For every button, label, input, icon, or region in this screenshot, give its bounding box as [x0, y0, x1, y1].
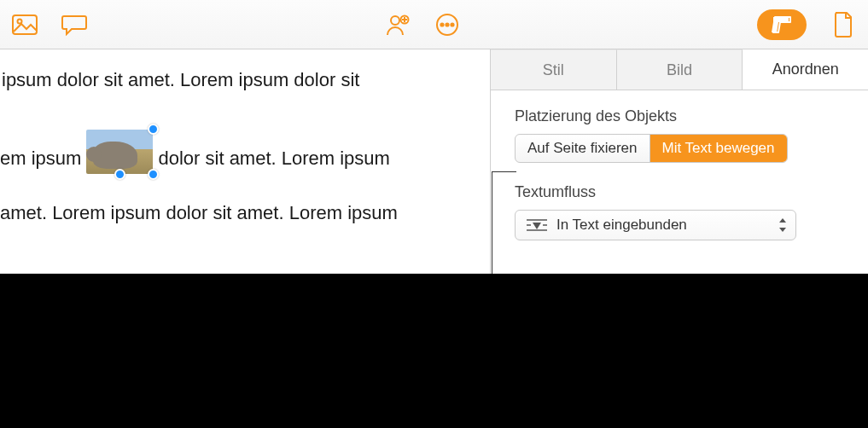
- document-canvas[interactable]: ipsum dolor sit amet. Lorem ipsum dolor …: [0, 49, 490, 274]
- svg-point-7: [440, 23, 443, 26]
- tab-image[interactable]: Bild: [617, 49, 743, 90]
- callout-line: [492, 171, 516, 172]
- selection-handle[interactable]: [114, 169, 125, 180]
- comment-icon[interactable]: [61, 12, 87, 38]
- selection-handle[interactable]: [148, 169, 159, 180]
- collaborate-icon[interactable]: [385, 12, 411, 38]
- more-icon[interactable]: [434, 12, 460, 38]
- toolbar: [0, 0, 868, 49]
- inline-image[interactable]: [86, 130, 153, 174]
- format-button[interactable]: [757, 9, 807, 40]
- seg-move-with-text[interactable]: Mit Text bewegen: [650, 135, 787, 162]
- text-line: em ipsum dolor sit amet. Lorem ipsum: [0, 130, 490, 171]
- arrange-panel: Platzierung des Objekts Auf Seite fixier…: [491, 90, 868, 252]
- text-line: amet. Lorem ipsum dolor sit amet. Lorem …: [0, 171, 490, 225]
- seg-fix-on-page[interactable]: Auf Seite fixieren: [516, 135, 650, 162]
- inspector-sidebar: Stil Bild Anordnen Platzierung des Objek…: [490, 49, 868, 274]
- cropped-region: [0, 274, 868, 428]
- svg-rect-0: [13, 15, 37, 34]
- tab-arrange[interactable]: Anordnen: [743, 49, 868, 90]
- text-wrap-value: In Text eingebunden: [550, 217, 687, 234]
- text-wrap-heading: Textumfluss: [515, 183, 844, 201]
- svg-point-8: [446, 23, 448, 26]
- object-placement-heading: Platzierung des Objekts: [515, 107, 844, 125]
- text-fragment: dolor sit amet. Lorem ipsum: [153, 147, 389, 171]
- text-line: ipsum dolor sit amet. Lorem ipsum dolor …: [0, 68, 490, 130]
- tab-style[interactable]: Stil: [491, 49, 617, 90]
- selection-handle[interactable]: [148, 124, 159, 135]
- placement-segment: Auf Seite fixieren Mit Text bewegen: [515, 134, 788, 163]
- chevron-updown-icon: [778, 218, 787, 232]
- svg-point-2: [391, 16, 399, 25]
- media-icon[interactable]: [12, 12, 38, 38]
- text-fragment: em ipsum: [0, 147, 86, 171]
- text-wrap-dropdown[interactable]: In Text eingebunden: [515, 210, 796, 240]
- main: ipsum dolor sit amet. Lorem ipsum dolor …: [0, 49, 868, 274]
- wrap-inline-icon: [524, 218, 550, 232]
- svg-point-9: [451, 23, 453, 26]
- document-icon[interactable]: [830, 12, 856, 38]
- svg-point-1: [18, 19, 22, 23]
- inspector-tabs: Stil Bild Anordnen: [491, 49, 868, 90]
